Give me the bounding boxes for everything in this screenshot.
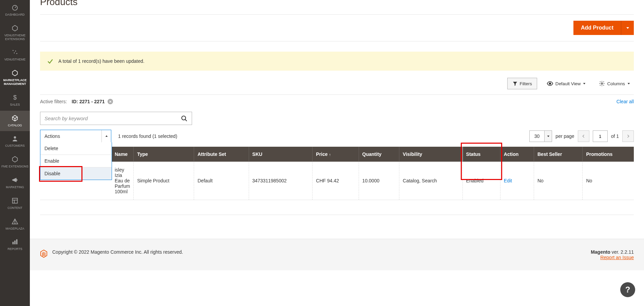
- svg-point-0: [13, 5, 18, 11]
- grid-header-row: Name Type Attribute Set SKU Price↑ Quant…: [40, 147, 634, 162]
- col-best-seller[interactable]: Best Seller: [534, 147, 582, 162]
- clear-all-filters[interactable]: Clear all: [617, 99, 634, 104]
- sidebar-item-label: MAGEPLAZA: [5, 227, 24, 231]
- add-product-split-button: Add Product: [573, 21, 634, 35]
- action-disable[interactable]: Disable: [40, 167, 112, 180]
- sidebar-item-label: REPORTS: [7, 247, 22, 251]
- edit-link[interactable]: Edit: [504, 178, 512, 183]
- megaphone-icon: [11, 176, 19, 184]
- col-status[interactable]: Status: [462, 147, 500, 162]
- svg-point-9: [14, 137, 16, 139]
- sidebar-item-label: MARKETING: [6, 185, 24, 189]
- caret-down-icon: [626, 26, 630, 30]
- table-spacer-row: [40, 200, 634, 215]
- col-action[interactable]: Action: [500, 147, 534, 162]
- svg-marker-18: [513, 82, 517, 86]
- default-view-button[interactable]: Default View: [543, 77, 590, 90]
- svg-point-5: [16, 53, 17, 54]
- svg-point-2: [13, 50, 14, 51]
- cell-status: Enabled: [462, 162, 500, 200]
- svg-marker-26: [547, 136, 550, 137]
- sidebar-item-label: SALES: [10, 103, 20, 107]
- tent-icon: [11, 217, 19, 226]
- layout-icon: [11, 197, 19, 205]
- page-input[interactable]: [593, 130, 608, 142]
- columns-button[interactable]: Columns: [595, 78, 634, 89]
- col-status-label: Status: [466, 151, 481, 157]
- gear-icon: [599, 80, 605, 87]
- page-total-label: of 1: [611, 133, 619, 139]
- col-visibility[interactable]: Visibility: [399, 147, 463, 162]
- check-icon: [47, 58, 54, 65]
- table-row[interactable]: isley Izia Eau de Parfum 100ml Simple Pr…: [40, 162, 634, 200]
- filter-chip-text: ID: 2271 - 2271: [72, 99, 105, 104]
- svg-rect-15: [14, 241, 16, 245]
- search-bar: [40, 112, 192, 125]
- version-number: ver. 2.2.11: [610, 249, 634, 255]
- next-page-button[interactable]: [622, 130, 634, 142]
- sidebar-item-catalog[interactable]: CATALOG: [0, 111, 30, 131]
- sidebar-item-marketing[interactable]: MARKETING: [0, 173, 30, 193]
- svg-text:$: $: [13, 94, 17, 101]
- cell-type: Simple Product: [134, 162, 194, 200]
- report-issue-link[interactable]: Report an Issue: [600, 255, 634, 260]
- svg-line-24: [185, 119, 187, 121]
- add-product-dropdown-toggle[interactable]: [621, 21, 634, 35]
- hexagon-icon: [11, 69, 19, 77]
- svg-rect-14: [13, 242, 14, 244]
- sidebar-item-label: CUSTOMERS: [5, 144, 24, 148]
- search-input[interactable]: [40, 112, 177, 125]
- svg-marker-1: [13, 25, 18, 31]
- sidebar-item-fme[interactable]: FME EXTENSIONS: [0, 152, 30, 173]
- col-quantity[interactable]: Quantity: [359, 147, 399, 162]
- caret-up-icon: [101, 130, 111, 142]
- caret-down-icon: [583, 82, 586, 85]
- col-price[interactable]: Price↑: [312, 147, 359, 162]
- per-page-value: 30: [530, 131, 545, 142]
- sidebar-item-label: VENUSTHEME: [4, 58, 26, 61]
- svg-marker-22: [628, 83, 630, 84]
- svg-rect-11: [13, 198, 18, 203]
- per-page-select[interactable]: 30: [529, 130, 552, 142]
- success-message: A total of 1 record(s) have been updated…: [40, 52, 634, 71]
- filters-button[interactable]: Filters: [507, 78, 537, 89]
- per-page-label: per page: [555, 133, 574, 139]
- col-sku[interactable]: SKU: [249, 147, 312, 162]
- sidebar-item-sales[interactable]: $ SALES: [0, 90, 30, 111]
- filter-chip: ID: 2271 - 2271 ✕: [72, 99, 113, 104]
- svg-marker-17: [626, 27, 629, 29]
- add-product-button[interactable]: Add Product: [573, 21, 621, 35]
- cube-icon: [11, 114, 19, 122]
- svg-point-21: [601, 83, 603, 85]
- action-enable[interactable]: Enable: [40, 155, 112, 167]
- bar-chart-icon: [11, 238, 19, 246]
- prev-page-button[interactable]: [578, 130, 589, 142]
- sidebar-item-label: VENUSTHEME EXTENSIONS: [1, 34, 29, 41]
- sidebar-item-venustheme[interactable]: VENUSTHEME: [0, 45, 30, 66]
- cell-promotions: No: [583, 162, 634, 200]
- sidebar-item-label: FME EXTENSIONS: [1, 165, 29, 168]
- search-submit-button[interactable]: [177, 112, 192, 125]
- sidebar-item-customers[interactable]: CUSTOMERS: [0, 131, 30, 152]
- sidebar-item-marketplace[interactable]: MARKETPLACE MANAGEMENT: [0, 66, 30, 90]
- sidebar-item-venustheme-ext[interactable]: VENUSTHEME EXTENSIONS: [0, 21, 30, 45]
- svg-marker-25: [105, 136, 108, 137]
- svg-rect-16: [16, 239, 18, 245]
- action-delete[interactable]: Delete: [40, 142, 112, 155]
- mass-actions-dropdown[interactable]: Actions Delete Enable Disable: [40, 130, 111, 143]
- copyright-text: Copyright © 2022 Magento Commerce Inc. A…: [52, 249, 183, 255]
- hexagon-icon: [11, 24, 19, 32]
- sidebar-item-dashboard[interactable]: DASHBOARD: [0, 0, 30, 21]
- sidebar-item-reports[interactable]: REPORTS: [0, 234, 30, 255]
- dollar-icon: $: [11, 93, 19, 102]
- col-attribute-set[interactable]: Attribute Set: [194, 147, 249, 162]
- svg-point-3: [15, 51, 16, 52]
- magento-logo-icon: [40, 249, 48, 258]
- remove-filter-button[interactable]: ✕: [108, 99, 113, 104]
- records-found-text: 1 records found (1 selected): [118, 133, 177, 139]
- col-type[interactable]: Type: [134, 147, 194, 162]
- cell-quantity: 10.0000: [359, 162, 399, 200]
- sidebar-item-content[interactable]: CONTENT: [0, 193, 30, 214]
- sidebar-item-mageplaza[interactable]: MAGEPLAZA: [0, 214, 30, 235]
- col-promotions[interactable]: Promotions: [583, 147, 634, 162]
